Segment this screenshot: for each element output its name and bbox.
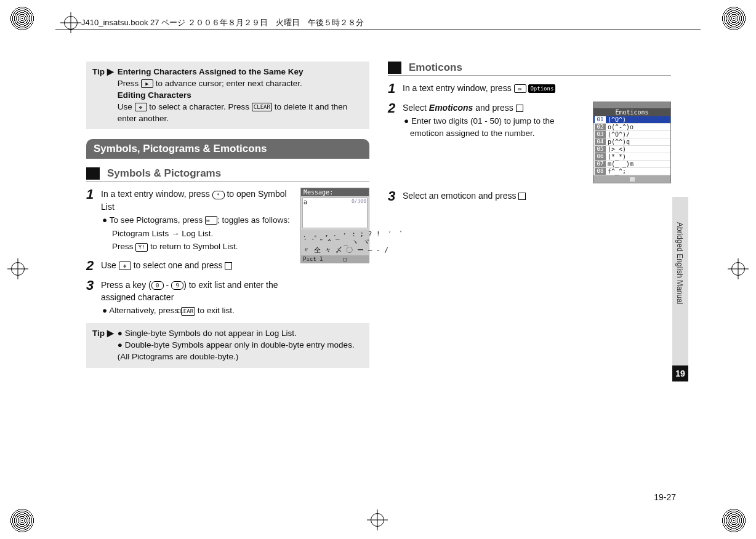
clear-key-icon: CLEAR [252,103,272,111]
step: 3 Press a key (0 - 9) to exit list and e… [86,279,294,317]
nav-key-icon: ✥ [135,103,147,111]
subsection-header: Emoticons [388,62,671,76]
page-number: 19-27 [654,492,676,502]
registration-mark [10,6,34,31]
yahoo-key-icon: Y! [135,243,148,252]
tip-box: Tip ▶ ● Single-byte Symbols do not appea… [86,323,369,368]
crosshair-icon [7,258,28,279]
tip-heading: Entering Characters Assigned to the Same… [118,66,363,78]
zero-key-icon: 0 [151,281,164,290]
options-softkey-icon: Options [528,84,555,93]
screenshot-footer [593,175,670,183]
registration-mark [722,508,746,533]
step: 2 Use ✥ to select one and press [86,259,294,273]
nav-key-icon: ✥ [119,262,131,270]
mail-key-icon: ✉ [514,84,526,93]
tip-text: ● Double-byte Symbols appear only in dou… [118,340,363,363]
chapter-label: Abridged English Manual [672,197,687,330]
list-item: 08f^_^; [593,168,670,175]
center-key-icon [518,193,526,200]
list-item: 07m(_ _)m [593,161,670,168]
list-item: 03(^O^)/ [593,131,670,138]
tip-box: Tip ▶ Entering Characters Assigned to th… [86,62,369,129]
heading-marker-icon [86,167,100,180]
list-item: 01(^O^) [593,116,670,124]
tip-text: Press ▶ to advance cursor; enter next ch… [118,78,363,90]
phone-screenshot-emoticons: Emoticons 01(^O^) 02o(^-^)o 03(^O^)/ 04p… [593,102,671,183]
subsection-header: Symbols & Pictograms [86,167,369,182]
step: 2 Select Emoticons and press ● Enter two… [388,102,585,139]
registration-mark [10,508,34,533]
step-number: 1 [86,188,101,252]
screenshot-title: Emoticons [593,108,670,116]
phone-screenshot-symbols: Message: a 0/300 、 。 , . ・ : ; ? ! ゛ ゜ ´… [300,188,369,263]
star-key-icon: ＊ [212,191,225,199]
tip-text: Use ✥ to select a character. Press CLEAR… [118,102,363,125]
screenshot-symbol-grid: 、 。 , . ・ : ; ? ! ゛ ゜ ´ ` ¨ ^ ‾ _ ヽ ヾ ゝ … [301,230,369,255]
screenshot-body: a 0/300 [302,198,368,228]
step-number: 1 [388,82,403,95]
screenshot-footer: Pict 1 □ [301,255,369,263]
center-key-icon [225,262,232,270]
document-header: J410_insatsu.book 27 ページ ２００６年８月２９日 火曜日 … [81,17,364,28]
screenshot-title: Message: [301,188,369,196]
tip-text: ● Single-byte Symbols do not appear in L… [118,328,363,340]
chapter-tab: Abridged English Manual 19 [672,197,688,381]
step-number: 2 [388,102,403,139]
step-number: 3 [86,279,101,317]
tip-label: Tip ▶ [92,66,114,124]
advance-key-icon: ▶ [141,79,153,88]
step: 1 In a text entry window, press ✉ Option… [388,82,671,95]
nine-key-icon: 9 [171,281,183,290]
crosshair-icon [367,509,388,530]
tip-heading: Editing Characters [118,90,363,102]
subsection-title: Symbols & Pictograms [107,167,221,180]
list-item: 05(>_<) [593,146,670,153]
crosshair-icon [728,258,749,279]
chapter-number: 19 [672,365,688,381]
heading-marker-icon [388,62,401,74]
list-item: 02o(^-^)o [593,124,670,131]
step: 1 In a text entry window, press ＊ to ope… [86,188,294,252]
registration-mark [722,6,746,31]
header-rule [55,30,701,30]
list-item: 06(*_*) [593,153,670,161]
clear-key-icon: CLEAR [181,307,195,316]
list-item: 04p(^^)q [593,138,670,146]
subsection-title: Emoticons [409,62,462,74]
step: 3 Select an emoticon and press [388,190,671,203]
section-header: Symbols, Pictograms & Emoticons [86,139,369,159]
mail-key-icon: ✉ [205,216,217,225]
tip-label: Tip ▶ [92,328,114,363]
center-key-icon [516,105,523,112]
step-number: 3 [388,190,403,203]
step-number: 2 [86,259,101,273]
